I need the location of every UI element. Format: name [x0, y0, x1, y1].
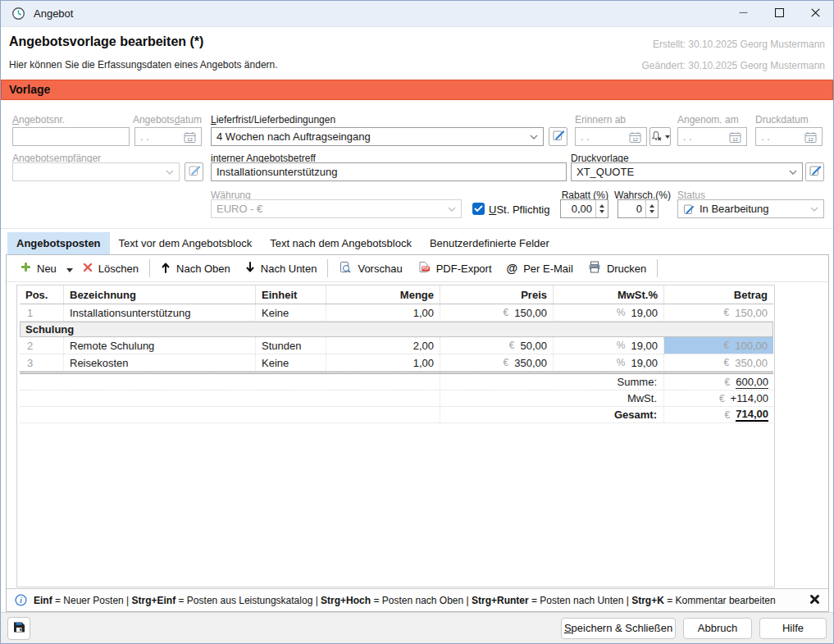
tab-text-vor[interactable]: Text vor dem Angebotsblock: [110, 232, 262, 254]
cell-einheit[interactable]: Keine: [256, 354, 326, 371]
loeschen-button[interactable]: Löschen: [75, 259, 146, 278]
tab-benutzerdefinierte-felder[interactable]: Benutzerdefinierte Felder: [421, 232, 558, 254]
calendar-icon[interactable]: 12: [729, 131, 741, 143]
svg-text:12: 12: [808, 136, 813, 141]
nach-unten-button[interactable]: Nach Unten: [238, 258, 325, 279]
cell-betrag[interactable]: €150,00: [664, 304, 773, 321]
neu-dropdown-button[interactable]: [64, 259, 75, 278]
speichern-schliessen-button[interactable]: Speichern & Schließen: [561, 618, 676, 639]
tab-text-nach[interactable]: Text nach dem Angebotsblock: [261, 232, 421, 254]
created-info: Erstellt: 30.10.2025 Georg Mustermann: [653, 39, 825, 50]
waehrung-combo[interactable]: EURO - €: [211, 199, 462, 218]
angebotsempfaenger-combo[interactable]: [12, 162, 180, 181]
rabatt-spinner[interactable]: 0,00: [560, 199, 608, 218]
hint-close-button[interactable]: [809, 594, 820, 607]
save-icon: [12, 620, 26, 637]
nach-oben-button[interactable]: Nach Oben: [153, 258, 238, 279]
status-combo[interactable]: In Bearbeitung: [677, 199, 824, 218]
angebotsdatum-input[interactable]: . . 12: [134, 127, 202, 146]
plus-icon: [21, 262, 31, 275]
per-email-button[interactable]: @ Per E-Mail: [499, 258, 581, 278]
lieferfrist-label: Lieferfrist/Lieferbedingungen: [211, 114, 335, 126]
totals-section: Summe: €600,00 MwSt. €+114,00 Gesamt: €7…: [20, 372, 773, 423]
col-header-pos[interactable]: Pos.: [20, 285, 64, 304]
cell-preis[interactable]: €350,00: [440, 354, 554, 371]
angenom-am-input[interactable]: . . 12: [677, 127, 747, 146]
page-title: Angebotsvorlage bearbeiten (*): [9, 34, 203, 49]
cell-menge[interactable]: 2,00: [326, 337, 440, 354]
close-icon: [811, 7, 820, 20]
drucken-button[interactable]: Drucken: [581, 258, 654, 279]
wahrsch-spinner[interactable]: 0: [618, 199, 659, 218]
svg-text:i: i: [20, 596, 22, 605]
col-header-menge[interactable]: Menge: [326, 285, 440, 304]
col-header-bezeichnung[interactable]: Bezeichnung: [64, 285, 256, 304]
cell-bezeichnung[interactable]: Remote Schulung: [64, 337, 256, 354]
cell-menge[interactable]: 1,00: [326, 354, 440, 371]
col-header-betrag[interactable]: Betrag: [664, 285, 773, 304]
spinner-arrows[interactable]: [645, 200, 658, 217]
lieferfrist-edit-button[interactable]: [549, 127, 567, 146]
cell-bezeichnung[interactable]: Reisekosten: [64, 354, 256, 371]
arrow-up-icon: [649, 204, 654, 208]
page-subtitle: Hier können Sie die Erfassungsdaten eine…: [9, 59, 278, 71]
col-header-mwst[interactable]: MwSt.%: [554, 285, 664, 304]
grid-header-row: Pos. Bezeichnung Einheit Menge Preis MwS…: [20, 285, 773, 304]
calendar-icon[interactable]: 12: [184, 131, 196, 143]
col-header-einheit[interactable]: Einheit: [256, 285, 326, 304]
erinnern-ab-input[interactable]: . . 12: [575, 127, 647, 146]
calendar-icon[interactable]: 12: [629, 131, 641, 143]
hilfe-button[interactable]: Hilfe: [759, 618, 827, 639]
cell-betrag-selected[interactable]: €100,00: [664, 337, 773, 354]
gesamt-value: €714,00: [664, 407, 773, 422]
cell-pos[interactable]: 3: [20, 354, 64, 371]
lieferfrist-combo[interactable]: 4 Wochen nach Auftragseingang: [211, 127, 544, 146]
mwst-value: €+114,00: [664, 391, 773, 406]
tab-angebotsposten[interactable]: Angebotsposten: [7, 232, 110, 254]
ust-pflichtig-label: USt. Pflichtig: [489, 203, 549, 216]
vorschau-button[interactable]: Vorschau: [331, 258, 409, 280]
save-button[interactable]: [7, 617, 30, 640]
cell-einheit[interactable]: Stunden: [256, 337, 326, 354]
arrow-down-icon: [599, 210, 604, 213]
ust-pflichtig-checkbox[interactable]: [472, 203, 485, 215]
hint-text: Einf = Neuer Posten | Strg+Einf = Posten…: [34, 595, 776, 606]
group-header-row[interactable]: Schulung: [20, 322, 773, 337]
close-button[interactable]: [797, 1, 833, 26]
druckdatum-input[interactable]: . . 12: [755, 127, 823, 146]
toolbar-separator: [149, 259, 150, 277]
cell-pos[interactable]: 2: [20, 337, 64, 354]
spinner-arrows[interactable]: [595, 200, 608, 217]
modified-info: Geändert: 30.10.2025 Georg Mustermann: [642, 60, 825, 71]
calendar-icon[interactable]: 12: [804, 131, 817, 143]
check-icon: [474, 203, 483, 215]
cell-bezeichnung[interactable]: Installationsunterstützung: [64, 304, 256, 321]
cell-menge[interactable]: 1,00: [326, 304, 440, 321]
neu-button[interactable]: Neu: [13, 258, 64, 278]
minimize-button[interactable]: [725, 1, 761, 26]
vorlage-banner: Vorlage: [1, 80, 833, 100]
maximize-button[interactable]: [761, 1, 797, 26]
close-icon: [809, 594, 820, 607]
mwst-row: MwSt. €+114,00: [20, 391, 773, 407]
cell-betrag[interactable]: €350,00: [664, 354, 773, 371]
mwst-label: MwSt.: [440, 391, 664, 406]
pdf-export-button[interactable]: PDF PDF-Export: [410, 258, 499, 279]
interner-betreff-input[interactable]: Installationsunterstützung: [211, 162, 567, 181]
cell-mwst[interactable]: %19,00: [554, 304, 664, 321]
toolbar-separator: [657, 259, 658, 277]
cell-mwst[interactable]: %19,00: [554, 337, 664, 354]
summe-value: €600,00: [664, 374, 773, 390]
cell-einheit[interactable]: Keine: [256, 304, 326, 321]
empfaenger-edit-button[interactable]: [185, 162, 203, 181]
angebotsnr-input[interactable]: [12, 127, 130, 146]
cell-mwst[interactable]: %19,00: [554, 354, 664, 371]
cell-pos[interactable]: 1: [20, 304, 64, 321]
druckvorlage-combo[interactable]: XT_QUOTE: [571, 162, 803, 181]
cell-preis[interactable]: €50,00: [440, 337, 554, 354]
col-header-preis[interactable]: Preis: [440, 285, 554, 304]
druckvorlage-edit-button[interactable]: [805, 162, 824, 181]
reminder-bell-button[interactable]: [649, 127, 671, 146]
cell-preis[interactable]: €150,00: [440, 304, 554, 321]
abbruch-button[interactable]: Abbruch: [683, 618, 752, 639]
